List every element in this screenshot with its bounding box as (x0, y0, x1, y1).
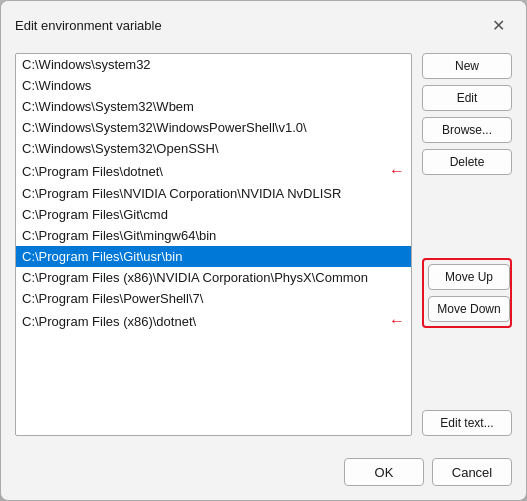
title-bar: Edit environment variable ✕ (1, 1, 526, 47)
list-item[interactable]: C:\Windows\System32\OpenSSH\ (16, 138, 411, 159)
list-item[interactable]: C:\Windows (16, 75, 411, 96)
list-item[interactable]: C:\Program Files (x86)\dotnet\← (16, 309, 411, 333)
move-down-button[interactable]: Move Down (428, 296, 510, 322)
ok-button[interactable]: OK (344, 458, 424, 486)
edit-text-button[interactable]: Edit text... (422, 410, 512, 436)
browse-button[interactable]: Browse... (422, 117, 512, 143)
list-item[interactable]: C:\Program Files\Git\mingw64\bin (16, 225, 411, 246)
list-item[interactable]: C:\Program Files\Git\cmd (16, 204, 411, 225)
env-var-list[interactable]: C:\Windows\system32C:\WindowsC:\Windows\… (15, 53, 412, 436)
list-item[interactable]: C:\Windows\System32\Wbem (16, 96, 411, 117)
list-item[interactable]: C:\Program Files\Git\usr\bin (16, 246, 411, 267)
list-item[interactable]: C:\Program Files\NVIDIA Corporation\NVID… (16, 183, 411, 204)
edit-button[interactable]: Edit (422, 85, 512, 111)
dialog-content: C:\Windows\system32C:\WindowsC:\Windows\… (1, 47, 526, 450)
list-item[interactable]: C:\Program Files\PowerShell\7\ (16, 288, 411, 309)
delete-button[interactable]: Delete (422, 149, 512, 175)
cancel-button[interactable]: Cancel (432, 458, 512, 486)
list-item[interactable]: C:\Program Files\dotnet\← (16, 159, 411, 183)
action-buttons: New Edit Browse... Delete Move Up Move D… (422, 53, 512, 436)
dialog-title: Edit environment variable (15, 18, 162, 33)
list-item[interactable]: C:\Windows\system32 (16, 54, 411, 75)
edit-env-var-dialog: Edit environment variable ✕ C:\Windows\s… (0, 0, 527, 501)
close-button[interactable]: ✕ (484, 11, 512, 39)
list-item[interactable]: C:\Windows\System32\WindowsPowerShell\v1… (16, 117, 411, 138)
move-up-button[interactable]: Move Up (428, 264, 510, 290)
new-button[interactable]: New (422, 53, 512, 79)
dialog-footer: OK Cancel (1, 450, 526, 500)
move-buttons-group: Move Up Move Down (422, 258, 512, 328)
list-item[interactable]: C:\Program Files (x86)\NVIDIA Corporatio… (16, 267, 411, 288)
